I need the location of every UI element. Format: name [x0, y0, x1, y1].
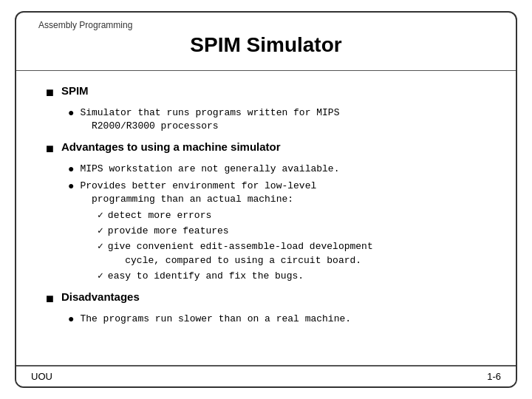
bullet-l3-check-1: ✓ detect more errors — [98, 209, 486, 222]
bullet-l2-advantages-1: ● MIPS workstation are not generally ava… — [68, 163, 486, 176]
bullet-l2-text-advantages-1: MIPS workstation are not generally avail… — [80, 163, 339, 176]
bullet-l2-marker-spim-1: ● — [68, 107, 74, 119]
bullet-l3-marker-3: ✓ — [98, 240, 103, 252]
bullet-l2-advantages-2: ● Provides better environment for low-le… — [68, 180, 486, 206]
bullet-l1-marker-advantages: ■ — [46, 141, 54, 157]
bullet-l3-text-2: provide more features — [108, 225, 229, 238]
bullet-l2-disadvantages-1: ● The programs run slower than on a real… — [68, 313, 486, 326]
bullet-l2-marker-disadvantages-1: ● — [68, 313, 74, 325]
slide-footer: UOU 1-6 — [16, 365, 516, 386]
bullet-l3-text-3: give convenient edit-assemble-load devel… — [108, 240, 373, 267]
slide-content: ■ SPIM ● Simulator that runs programs wr… — [16, 71, 516, 341]
bullet-l3-check-4: ✓ easy to identify and fix the bugs. — [98, 270, 486, 283]
bullet-l1-text-spim: SPIM — [61, 84, 89, 97]
bullet-l1-disadvantages: ■ Disadvantages — [46, 290, 486, 307]
bullet-l1-marker-spim: ■ — [46, 85, 54, 100]
section-disadvantages: ■ Disadvantages ● The programs run slowe… — [46, 290, 486, 326]
bullet-l1-marker-disadvantages: ■ — [46, 291, 54, 307]
bullet-l3-check-2: ✓ provide more features — [98, 225, 486, 238]
bullet-l1-advantages: ■ Advantages to using a machine simulato… — [46, 140, 486, 157]
bullet-l2-text-advantages-2: Provides better environment for low-leve… — [80, 180, 316, 206]
section-spim: ■ SPIM ● Simulator that runs programs wr… — [46, 84, 486, 133]
bullet-l2-marker-advantages-2: ● — [68, 180, 74, 192]
bullet-l1-text-advantages: Advantages to using a machine simulator — [61, 140, 281, 153]
bullet-l2-text-spim-1: Simulator that runs programs written for… — [80, 106, 339, 133]
bullet-l2-marker-advantages-1: ● — [68, 163, 74, 175]
footer-left: UOU — [31, 371, 52, 382]
bullet-l3-marker-1: ✓ — [98, 209, 103, 221]
footer-right: 1-6 — [487, 371, 501, 382]
slide-title: SPIM Simulator — [31, 33, 501, 57]
bullet-l3-text-1: detect more errors — [108, 209, 211, 222]
bullet-l3-marker-4: ✓ — [98, 270, 103, 282]
bullet-l1-spim: ■ SPIM — [46, 84, 486, 100]
bullet-l1-text-disadvantages: Disadvantages — [61, 290, 140, 303]
slide-container: Assembly Programming SPIM Simulator ■ SP… — [15, 11, 517, 388]
top-label: Assembly Programming — [38, 20, 132, 30]
bullet-l3-marker-2: ✓ — [98, 225, 103, 236]
bullet-l3-check-3: ✓ give convenient edit-assemble-load dev… — [98, 240, 486, 267]
bullet-l3-text-4: easy to identify and fix the bugs. — [108, 270, 304, 283]
bullet-l2-text-disadvantages-1: The programs run slower than on a real m… — [80, 313, 351, 326]
section-advantages: ■ Advantages to using a machine simulato… — [46, 140, 486, 283]
bullet-l2-spim-1: ● Simulator that runs programs written f… — [68, 106, 486, 133]
